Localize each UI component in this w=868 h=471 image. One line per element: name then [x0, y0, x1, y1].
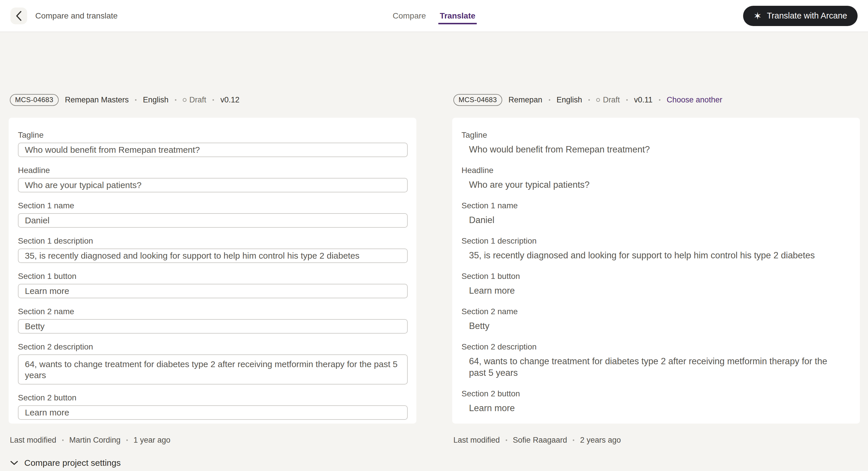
- target-status: Draft: [596, 95, 620, 105]
- target-column: MCS-04683 Remepan English Draft v0.11 Ch…: [452, 94, 860, 471]
- compare-project-settings-toggle[interactable]: Compare project settings: [10, 458, 122, 471]
- field-label: Headline: [462, 166, 851, 175]
- field-input-section-2-button[interactable]: [18, 405, 408, 420]
- target-version: v0.11: [634, 95, 653, 105]
- draft-status-icon: [183, 98, 186, 102]
- target-status-label: Draft: [603, 95, 620, 105]
- field-label: Section 2 description: [18, 342, 408, 352]
- field-value: Who are your typical patients?: [462, 179, 846, 190]
- field-tagline: TaglineWho would benefit from Remepan tr…: [462, 130, 851, 155]
- field-label: Section 1 button: [18, 272, 408, 281]
- field-input-section-1-button[interactable]: [18, 284, 408, 298]
- field-section-2-description: Section 2 description: [18, 342, 408, 384]
- dot-separator: [659, 99, 660, 101]
- source-status-label: Draft: [189, 95, 207, 105]
- last-modified-user: Martin Cording: [69, 436, 121, 445]
- dot-separator: [588, 99, 590, 101]
- field-input-section-1-description[interactable]: [18, 248, 408, 263]
- view-tabs: Compare Translate: [392, 0, 476, 32]
- chevron-down-icon: [10, 460, 19, 466]
- field-headline: HeadlineWho are your typical patients?: [462, 166, 851, 190]
- field-section-1-description: Section 1 description: [18, 236, 408, 263]
- target-language: English: [557, 95, 582, 105]
- source-last-modified: Last modified Martin Cording 1 year ago: [10, 436, 416, 445]
- field-input-tagline[interactable]: [18, 143, 408, 157]
- field-value: Learn more: [462, 285, 846, 297]
- target-project-code-badge: MCS-04683: [453, 94, 502, 106]
- source-fields: TaglineHeadlineSection 1 nameSection 1 d…: [18, 130, 408, 420]
- field-label: Section 2 description: [462, 342, 851, 352]
- field-label: Section 1 name: [18, 201, 408, 210]
- field-section-2-button: Section 2 buttonLearn more: [462, 389, 851, 414]
- dot-separator: [549, 99, 550, 101]
- last-modified-time: 2 years ago: [580, 436, 621, 445]
- field-value: Betty: [462, 320, 846, 332]
- chevron-left-icon: [15, 10, 23, 22]
- field-label: Section 1 description: [18, 236, 408, 246]
- dot-separator: [573, 439, 574, 441]
- target-last-modified: Last modified Sofie Raagaard 2 years ago: [453, 436, 860, 445]
- source-language: English: [143, 95, 168, 105]
- field-label: Section 2 button: [462, 389, 851, 399]
- field-input-section-2-name[interactable]: [18, 319, 408, 333]
- last-modified-label: Last modified: [10, 436, 56, 445]
- field-input-headline[interactable]: [18, 178, 408, 193]
- field-section-2-button: Section 2 button: [18, 393, 408, 420]
- field-section-1-description: Section 1 description35, is recently dia…: [462, 236, 851, 261]
- dot-separator: [213, 99, 214, 101]
- target-project-name: Remepan: [508, 95, 542, 105]
- back-button[interactable]: [10, 7, 27, 24]
- field-label: Section 1 button: [462, 272, 851, 281]
- source-column: MCS-04683 Remepan Masters English Draft …: [9, 94, 416, 471]
- tab-translate[interactable]: Translate: [439, 0, 476, 32]
- field-label: Tagline: [18, 130, 408, 140]
- dot-separator: [62, 439, 64, 441]
- field-headline: Headline: [18, 166, 408, 193]
- dot-separator: [126, 439, 128, 441]
- compare-settings-label: Compare project settings: [24, 458, 121, 468]
- last-modified-label: Last modified: [453, 436, 500, 445]
- source-meta-row: MCS-04683 Remepan Masters English Draft …: [10, 94, 416, 106]
- field-value: 35, is recently diagnosed and looking fo…: [462, 250, 846, 261]
- cta-label: Translate with Arcane: [767, 11, 847, 21]
- field-label: Tagline: [462, 130, 851, 140]
- field-section-2-description: Section 2 description64, wants to change…: [462, 342, 851, 379]
- field-label: Section 1 description: [462, 236, 851, 246]
- translate-with-arcane-button[interactable]: ✶ Translate with Arcane: [743, 6, 858, 26]
- target-meta-row: MCS-04683 Remepan English Draft v0.11 Ch…: [453, 94, 860, 106]
- source-project-code-badge: MCS-04683: [10, 94, 59, 106]
- choose-another-link[interactable]: Choose another: [667, 95, 722, 105]
- page-title: Compare and translate: [35, 11, 118, 21]
- draft-status-icon: [596, 98, 600, 102]
- dot-separator: [626, 99, 628, 101]
- field-label: Section 2 name: [18, 307, 408, 316]
- field-tagline: Tagline: [18, 130, 408, 157]
- field-label: Headline: [18, 166, 408, 175]
- last-modified-time: 1 year ago: [133, 436, 170, 445]
- source-card: TaglineHeadlineSection 1 nameSection 1 d…: [9, 118, 416, 423]
- field-value: Who would benefit from Remepan treatment…: [462, 144, 846, 155]
- field-label: Section 1 name: [462, 201, 851, 210]
- field-label: Section 2 name: [462, 307, 851, 316]
- field-label: Section 2 button: [18, 393, 408, 403]
- field-section-2-name: Section 2 name: [18, 307, 408, 333]
- compare-translate-main: MCS-04683 Remepan Masters English Draft …: [0, 32, 868, 471]
- sparkle-icon: ✶: [753, 11, 762, 21]
- field-value: Daniel: [462, 214, 846, 226]
- field-value: 64, wants to change treatment for diabet…: [462, 356, 846, 379]
- tab-compare[interactable]: Compare: [392, 0, 427, 32]
- field-value: Learn more: [462, 403, 846, 414]
- source-project-name: Remepan Masters: [65, 95, 129, 105]
- field-section-1-button: Section 1 button: [18, 272, 408, 298]
- field-section-2-name: Section 2 nameBetty: [462, 307, 851, 332]
- top-bar: Compare and translate Compare Translate …: [0, 0, 868, 32]
- target-card: TaglineWho would benefit from Remepan tr…: [452, 118, 860, 423]
- field-section-1-name: Section 1 name: [18, 201, 408, 228]
- target-fields: TaglineWho would benefit from Remepan tr…: [462, 130, 851, 414]
- dot-separator: [175, 99, 176, 101]
- source-version: v0.12: [220, 95, 240, 105]
- field-input-section-2-description[interactable]: [18, 354, 408, 384]
- field-input-section-1-name[interactable]: [18, 213, 408, 228]
- source-status: Draft: [183, 95, 207, 105]
- dot-separator: [135, 99, 136, 101]
